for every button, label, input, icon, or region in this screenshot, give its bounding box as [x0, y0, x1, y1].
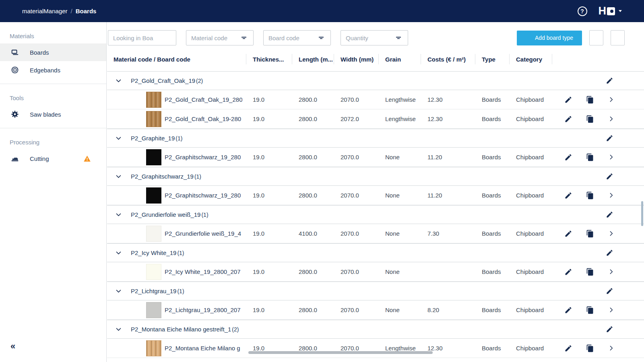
- table-header: Material code / Board codeThicknes...Len…: [107, 51, 644, 67]
- edit-icon[interactable]: [564, 306, 572, 314]
- edit-icon[interactable]: [564, 268, 572, 276]
- group-row[interactable]: P2_Grundierfolie weiß_19 (1): [107, 205, 644, 224]
- group-row[interactable]: P2_Lichtgrau_19 (1): [107, 282, 644, 300]
- copy-icon[interactable]: [586, 153, 594, 161]
- edit-icon[interactable]: [564, 230, 572, 238]
- table-row[interactable]: P2_Icy White_19_2800_207 19.0 2800.0 207…: [107, 262, 644, 282]
- group-count: (1): [201, 212, 208, 218]
- copy-icon[interactable]: [586, 96, 594, 104]
- chevron-right-icon[interactable]: [608, 268, 615, 275]
- copy-icon[interactable]: [586, 191, 594, 200]
- table-row[interactable]: P2_Gold_Craft_Oak_19-280 19.0 2800.0 207…: [107, 109, 644, 129]
- column-header[interactable]: Thicknes...: [246, 51, 292, 67]
- edit-icon[interactable]: [606, 211, 613, 218]
- chevron-down-icon[interactable]: [115, 77, 122, 84]
- filter-dropdown-material-code[interactable]: Material code: [186, 30, 254, 45]
- sidebar-item-cutting[interactable]: Cutting: [0, 150, 106, 167]
- table-row[interactable]: P2_Lichtgrau_19_2800_207 19.0 2800.0 207…: [107, 300, 644, 320]
- material-swatch: [146, 149, 161, 165]
- edit-icon[interactable]: [606, 249, 613, 257]
- column-header[interactable]: Category: [510, 51, 552, 67]
- edit-icon[interactable]: [606, 77, 613, 84]
- table-row[interactable]: P2_Montana Eiche Milano g 19.0 2800.0 20…: [107, 339, 644, 358]
- account-menu[interactable]: H: [599, 6, 622, 16]
- edit-icon[interactable]: [564, 96, 572, 104]
- edit-icon[interactable]: [606, 325, 613, 333]
- group-row[interactable]: P2_Graphite_19 (1): [107, 129, 644, 148]
- group-row[interactable]: P2_Montana Eiche Milano gestreift_1 (2): [107, 320, 644, 339]
- thickness-cell: 19.0: [246, 268, 292, 275]
- group-row[interactable]: P2_Icy White_19 (1): [107, 243, 644, 262]
- group-count: (1): [177, 250, 184, 256]
- type-cell: Boards: [475, 192, 510, 199]
- edit-icon[interactable]: [606, 134, 613, 142]
- chevron-right-icon[interactable]: [608, 154, 615, 160]
- row-actions: [552, 230, 644, 238]
- column-header[interactable]: Type: [475, 51, 510, 67]
- column-header[interactable]: Grain: [379, 51, 421, 67]
- chevron-right-icon[interactable]: [608, 345, 615, 352]
- chevron-right-icon[interactable]: [608, 115, 615, 122]
- column-header[interactable]: Length (m...: [292, 51, 334, 67]
- width-cell: 2070.0: [334, 96, 379, 103]
- sidebar-item-edgebands[interactable]: Edgebands: [0, 61, 106, 79]
- group-row[interactable]: P2_Gold_Craft_Oak_19 (2): [107, 71, 644, 90]
- type-cell: Boards: [475, 268, 510, 275]
- table-row[interactable]: P2_Graphitschwarz_19_280 19.0 2800.0 207…: [107, 186, 644, 205]
- length-cell: 4100.0: [292, 230, 334, 237]
- copy-icon[interactable]: [586, 115, 594, 123]
- chevron-right-icon[interactable]: [608, 306, 615, 313]
- sidebar-item-label: Edgebands: [30, 67, 60, 74]
- chevron-down-icon[interactable]: [115, 173, 122, 180]
- table-row[interactable]: P2_Grundierfolie weiß_19_4 19.0 4100.0 2…: [107, 224, 644, 243]
- column-header[interactable]: Costs (€ / m²): [421, 51, 475, 67]
- page-title: Boards: [76, 8, 97, 14]
- search-box[interactable]: [108, 30, 176, 45]
- group-row[interactable]: P2_Graphitschwarz_19 (1): [107, 167, 644, 186]
- chevron-down-icon[interactable]: [115, 326, 122, 333]
- chevron-right-icon[interactable]: [608, 230, 615, 237]
- table-row[interactable]: P2_Graphitschwarz_19_280 19.0 2800.0 207…: [107, 148, 644, 167]
- type-cell: Boards: [475, 345, 510, 352]
- chevron-right-icon[interactable]: [608, 192, 615, 199]
- sidebar-item-boards[interactable]: Boards: [0, 43, 106, 61]
- column-header[interactable]: Width (mm): [334, 51, 379, 67]
- filter-dropdown-board-code[interactable]: Board code: [263, 30, 331, 45]
- table-row[interactable]: P2_Gold_Craft_Oak_19_280 19.0 2800.0 207…: [107, 90, 644, 109]
- costs-cell: 11.20: [421, 192, 475, 199]
- category-cell: Chipboard: [510, 306, 552, 313]
- add-board-type-button[interactable]: Add board type: [517, 31, 582, 45]
- settings-button[interactable]: [611, 30, 625, 45]
- group-name: P2_Montana Eiche Milano gestreift_1: [131, 326, 231, 333]
- horizontal-scrollbar[interactable]: [248, 351, 433, 354]
- edit-icon[interactable]: [564, 115, 572, 123]
- toolbar: Add board type: [517, 30, 644, 45]
- edit-icon[interactable]: [564, 344, 572, 352]
- edit-icon[interactable]: [564, 153, 572, 161]
- copy-icon[interactable]: [586, 230, 594, 238]
- chevron-down-icon[interactable]: [115, 249, 122, 256]
- edit-icon[interactable]: [564, 191, 572, 200]
- sidebar-item-saw-blades[interactable]: Saw blades: [0, 105, 106, 123]
- costs-cell: 7.30: [421, 230, 475, 237]
- group-name: P2_Icy White_19: [131, 249, 176, 256]
- chevron-down-icon[interactable]: [115, 135, 122, 142]
- breadcrumb-app[interactable]: materialManager: [22, 8, 68, 14]
- board-code-cell: P2_Lichtgrau_19_2800_207: [107, 302, 246, 318]
- edit-icon[interactable]: [606, 287, 613, 295]
- group-count: (2): [232, 326, 239, 333]
- edit-icon[interactable]: [606, 173, 613, 180]
- chevron-down-icon[interactable]: [115, 288, 122, 294]
- vertical-scrollbar[interactable]: [641, 201, 643, 226]
- column-header[interactable]: Material code / Board code: [107, 51, 246, 67]
- filter-dropdown-quantity[interactable]: Quantity: [341, 30, 408, 45]
- copy-icon[interactable]: [586, 306, 594, 314]
- help-icon[interactable]: ?: [578, 6, 587, 16]
- copy-icon[interactable]: [586, 344, 594, 352]
- search-input[interactable]: [113, 35, 158, 41]
- sidebar-collapse-button[interactable]: «: [10, 342, 15, 351]
- chevron-right-icon[interactable]: [608, 96, 615, 103]
- more-options-button[interactable]: [589, 30, 603, 45]
- chevron-down-icon[interactable]: [115, 211, 122, 218]
- copy-icon[interactable]: [586, 268, 594, 276]
